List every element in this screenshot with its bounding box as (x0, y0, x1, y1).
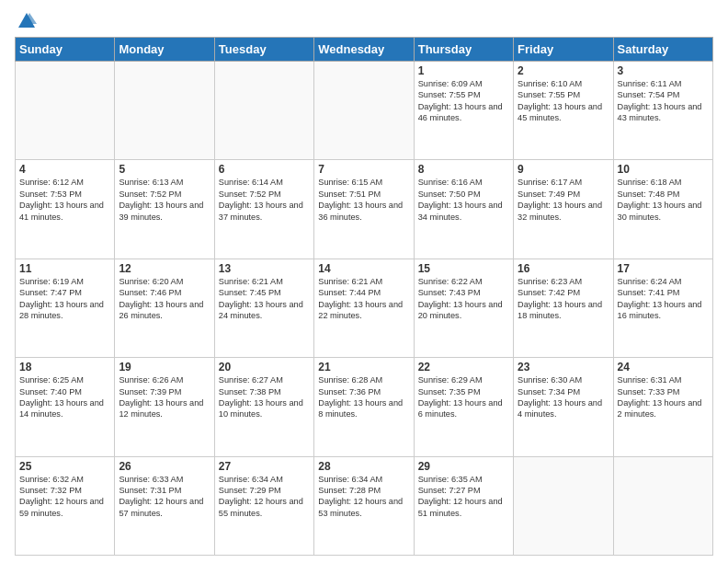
logo (15, 11, 37, 31)
calendar-cell: 10Sunrise: 6:18 AMSunset: 7:48 PMDayligh… (613, 160, 712, 259)
calendar-cell: 4Sunrise: 6:12 AMSunset: 7:53 PMDaylight… (16, 160, 115, 259)
day-info: Sunrise: 6:34 AMSunset: 7:29 PMDaylight:… (219, 474, 310, 520)
day-number: 23 (518, 361, 609, 373)
day-info: Sunrise: 6:21 AMSunset: 7:45 PMDaylight:… (219, 276, 310, 322)
day-number: 18 (19, 361, 110, 373)
day-info: Sunrise: 6:33 AMSunset: 7:31 PMDaylight:… (119, 474, 210, 520)
day-info: Sunrise: 6:21 AMSunset: 7:44 PMDaylight:… (318, 276, 409, 322)
calendar-cell: 24Sunrise: 6:31 AMSunset: 7:33 PMDayligh… (613, 358, 712, 456)
calendar-cell: 5Sunrise: 6:13 AMSunset: 7:52 PMDaylight… (115, 160, 214, 259)
day-number: 6 (219, 163, 310, 176)
day-header-monday: Monday (115, 38, 214, 62)
calendar-cell: 25Sunrise: 6:32 AMSunset: 7:32 PMDayligh… (16, 456, 115, 555)
day-number: 21 (318, 361, 409, 373)
day-number: 20 (219, 361, 310, 373)
calendar-cell: 21Sunrise: 6:28 AMSunset: 7:36 PMDayligh… (314, 358, 414, 456)
day-number: 11 (19, 262, 110, 275)
calendar-cell (514, 456, 613, 555)
day-header-tuesday: Tuesday (214, 38, 313, 62)
day-info: Sunrise: 6:16 AMSunset: 7:50 PMDaylight:… (418, 177, 509, 223)
calendar-cell: 20Sunrise: 6:27 AMSunset: 7:38 PMDayligh… (214, 358, 313, 456)
calendar-week-2: 4Sunrise: 6:12 AMSunset: 7:53 PMDaylight… (16, 160, 713, 259)
day-info: Sunrise: 6:27 AMSunset: 7:38 PMDaylight:… (219, 374, 310, 420)
day-info: Sunrise: 6:25 AMSunset: 7:40 PMDaylight:… (19, 374, 110, 420)
day-number: 10 (618, 163, 709, 176)
calendar-cell: 6Sunrise: 6:14 AMSunset: 7:52 PMDaylight… (214, 160, 313, 259)
day-info: Sunrise: 6:15 AMSunset: 7:51 PMDaylight:… (318, 177, 409, 223)
day-info: Sunrise: 6:20 AMSunset: 7:46 PMDaylight:… (119, 276, 210, 322)
calendar-week-5: 25Sunrise: 6:32 AMSunset: 7:32 PMDayligh… (16, 456, 713, 555)
calendar-cell: 18Sunrise: 6:25 AMSunset: 7:40 PMDayligh… (16, 358, 115, 456)
day-number: 27 (219, 460, 310, 473)
logo-icon (17, 11, 37, 31)
day-number: 5 (119, 163, 210, 176)
calendar-cell: 29Sunrise: 6:35 AMSunset: 7:27 PMDayligh… (414, 456, 513, 555)
day-info: Sunrise: 6:24 AMSunset: 7:41 PMDaylight:… (618, 276, 709, 322)
day-number: 12 (119, 262, 210, 275)
day-number: 7 (318, 163, 409, 176)
calendar-cell: 7Sunrise: 6:15 AMSunset: 7:51 PMDaylight… (314, 160, 414, 259)
calendar-cell: 16Sunrise: 6:23 AMSunset: 7:42 PMDayligh… (514, 259, 613, 357)
day-number: 26 (119, 460, 210, 473)
day-number: 8 (418, 163, 509, 176)
day-info: Sunrise: 6:28 AMSunset: 7:36 PMDaylight:… (318, 374, 409, 420)
day-number: 1 (418, 64, 509, 77)
day-info: Sunrise: 6:30 AMSunset: 7:34 PMDaylight:… (518, 374, 609, 420)
calendar-week-3: 11Sunrise: 6:19 AMSunset: 7:47 PMDayligh… (16, 259, 713, 357)
calendar-cell: 3Sunrise: 6:11 AMSunset: 7:54 PMDaylight… (613, 62, 712, 160)
day-header-wednesday: Wednesday (314, 38, 414, 62)
day-info: Sunrise: 6:32 AMSunset: 7:32 PMDaylight:… (19, 474, 110, 520)
day-number: 2 (518, 64, 609, 77)
day-info: Sunrise: 6:10 AMSunset: 7:55 PMDaylight:… (518, 78, 609, 124)
calendar-cell (314, 62, 414, 160)
day-header-sunday: Sunday (16, 38, 115, 62)
calendar-cell: 27Sunrise: 6:34 AMSunset: 7:29 PMDayligh… (214, 456, 313, 555)
calendar-week-1: 1Sunrise: 6:09 AMSunset: 7:55 PMDaylight… (16, 62, 713, 160)
day-info: Sunrise: 6:29 AMSunset: 7:35 PMDaylight:… (418, 374, 509, 420)
calendar-cell: 9Sunrise: 6:17 AMSunset: 7:49 PMDaylight… (514, 160, 613, 259)
calendar-cell (613, 456, 712, 555)
day-info: Sunrise: 6:09 AMSunset: 7:55 PMDaylight:… (418, 78, 509, 124)
day-info: Sunrise: 6:26 AMSunset: 7:39 PMDaylight:… (119, 374, 210, 420)
day-info: Sunrise: 6:12 AMSunset: 7:53 PMDaylight:… (19, 177, 110, 223)
calendar-cell: 15Sunrise: 6:22 AMSunset: 7:43 PMDayligh… (414, 259, 513, 357)
day-info: Sunrise: 6:23 AMSunset: 7:42 PMDaylight:… (518, 276, 609, 322)
calendar-table: SundayMondayTuesdayWednesdayThursdayFrid… (15, 37, 713, 556)
calendar-cell: 28Sunrise: 6:34 AMSunset: 7:28 PMDayligh… (314, 456, 414, 555)
day-info: Sunrise: 6:34 AMSunset: 7:28 PMDaylight:… (318, 474, 409, 520)
day-number: 29 (418, 460, 509, 473)
day-number: 13 (219, 262, 310, 275)
day-number: 14 (318, 262, 409, 275)
day-number: 16 (518, 262, 609, 275)
calendar-cell: 12Sunrise: 6:20 AMSunset: 7:46 PMDayligh… (115, 259, 214, 357)
day-number: 25 (19, 460, 110, 473)
day-info: Sunrise: 6:11 AMSunset: 7:54 PMDaylight:… (618, 78, 709, 124)
day-number: 28 (318, 460, 409, 473)
day-info: Sunrise: 6:14 AMSunset: 7:52 PMDaylight:… (219, 177, 310, 223)
calendar-cell (16, 62, 115, 160)
day-number: 17 (618, 262, 709, 275)
day-number: 4 (19, 163, 110, 176)
calendar-cell: 26Sunrise: 6:33 AMSunset: 7:31 PMDayligh… (115, 456, 214, 555)
day-number: 3 (618, 64, 709, 77)
day-info: Sunrise: 6:22 AMSunset: 7:43 PMDaylight:… (418, 276, 509, 322)
day-info: Sunrise: 6:13 AMSunset: 7:52 PMDaylight:… (119, 177, 210, 223)
calendar-cell: 14Sunrise: 6:21 AMSunset: 7:44 PMDayligh… (314, 259, 414, 357)
calendar-cell (115, 62, 214, 160)
day-header-thursday: Thursday (414, 38, 513, 62)
day-info: Sunrise: 6:19 AMSunset: 7:47 PMDaylight:… (19, 276, 110, 322)
day-info: Sunrise: 6:35 AMSunset: 7:27 PMDaylight:… (418, 474, 509, 520)
day-number: 15 (418, 262, 509, 275)
calendar-cell: 19Sunrise: 6:26 AMSunset: 7:39 PMDayligh… (115, 358, 214, 456)
calendar-cell: 2Sunrise: 6:10 AMSunset: 7:55 PMDaylight… (514, 62, 613, 160)
calendar-cell (214, 62, 313, 160)
day-info: Sunrise: 6:18 AMSunset: 7:48 PMDaylight:… (618, 177, 709, 223)
day-number: 19 (119, 361, 210, 373)
day-number: 9 (518, 163, 609, 176)
day-info: Sunrise: 6:31 AMSunset: 7:33 PMDaylight:… (618, 374, 709, 420)
calendar-cell: 22Sunrise: 6:29 AMSunset: 7:35 PMDayligh… (414, 358, 513, 456)
calendar-header-row: SundayMondayTuesdayWednesdayThursdayFrid… (16, 38, 713, 62)
day-header-friday: Friday (514, 38, 613, 62)
calendar-cell: 17Sunrise: 6:24 AMSunset: 7:41 PMDayligh… (613, 259, 712, 357)
calendar-cell: 23Sunrise: 6:30 AMSunset: 7:34 PMDayligh… (514, 358, 613, 456)
